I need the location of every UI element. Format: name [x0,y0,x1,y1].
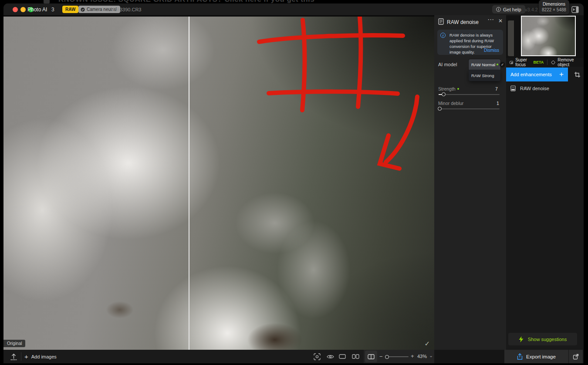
dual-view-icon [352,354,359,359]
zoom-level[interactable]: 43% [417,354,427,359]
denoise-info-box: i RAW denoise is always applied first du… [437,30,503,55]
dimensions-value: 8222 × 5488 [539,7,569,12]
minor-deblur-slider-handle[interactable] [438,107,442,111]
photo-preview [3,17,434,350]
right-sidebar: Super focus BETA Remove object Add enhan… [506,15,584,350]
info-circle-icon: i [440,33,446,38]
export-settings-icon [573,354,579,360]
crop-icon [574,71,581,78]
app-title: Photo AI [27,7,47,13]
ai-model-menu: RAW Strong [469,70,500,81]
panel-title: RAW denoise [447,19,479,25]
original-label-badge: Original [3,340,25,347]
panel-more-icon[interactable]: ⋯ [487,16,494,24]
dimensions-label: Dimensions [539,2,569,7]
zoom-fit-icon [314,353,321,360]
side-by-side-view-button[interactable] [349,350,362,363]
background-heading-text: KNOWN ISSUE: SQUARE GRID ARTIFACTS? Clic… [58,0,314,3]
upload-icon [10,353,17,360]
show-suggestions-button[interactable]: Show suggestions [508,333,577,345]
toggle-right-panel-button[interactable] [570,5,580,14]
navigator-area [506,15,584,59]
export-settings-button[interactable] [569,350,583,363]
screenshot-root: KNOWN ISSUE: SQUARE GRID ARTIFACTS? Clic… [0,0,588,365]
export-image-button[interactable]: Export image [504,350,568,363]
image-canvas[interactable]: Original ✓ [3,15,434,350]
app-version: v3.4.2 [525,7,538,12]
split-view-button[interactable] [365,351,377,362]
eye-icon [327,354,334,359]
lightning-icon [519,336,524,342]
app-number: 3 [51,7,54,13]
info-icon [496,7,501,12]
strength-slider[interactable] [439,94,500,95]
remove-object-tab[interactable]: Remove object [547,58,584,67]
enhancement-item-label: RAW denoise [520,86,549,91]
zoom-controls: − + 43% ⌄ [364,350,434,363]
strength-value: 7 [495,86,498,91]
raw-denoise-panel: RAW denoise ⋯ ✕ i RAW denoise is always … [434,15,506,350]
upload-button[interactable] [7,350,20,363]
title-bar: Photo AI 3 RAW Camera neutral _Y3A3390.C… [3,3,584,15]
navigator-thumbnail[interactable] [521,16,576,56]
compare-split-line[interactable] [189,17,189,350]
strength-label: Strength [438,86,456,91]
strength-auto-dot-icon [457,88,459,90]
zoom-chevron-down-icon[interactable]: ⌄ [429,353,433,358]
zoom-slider[interactable] [385,356,409,357]
thumbnail-image [522,17,575,55]
enhancement-list-item[interactable]: RAW denoise [506,84,584,93]
remove-object-icon [551,60,555,65]
denoise-item-icon [510,85,516,91]
panel-toggle-icon [571,6,579,13]
dimensions-tooltip: Dimensions 8222 × 5488 [539,0,569,14]
check-circle-icon [81,7,85,12]
zoom-to-fit-button[interactable] [311,350,324,363]
minor-deblur-value: 1 [497,101,499,106]
filmstrip-edge [508,20,514,56]
zoom-slider-handle[interactable] [385,355,389,359]
raw-badge: RAW [62,6,78,13]
denoise-doc-icon [438,18,444,25]
single-view-icon [339,354,346,359]
ai-model-dropdown[interactable]: RAW Normal ✓ [469,59,500,70]
beta-badge: BETA [533,60,544,64]
bottom-toolbar: + Add images [3,350,584,363]
panel-close-icon[interactable]: ✕ [498,18,503,24]
strength-slider-handle[interactable] [442,92,446,96]
split-view-icon [368,354,375,359]
background-heading: KNOWN ISSUE: SQUARE GRID ARTIFACTS? Clic… [44,0,544,3]
minimize-window-button[interactable] [20,7,26,12]
plus-icon: + [24,353,28,360]
super-focus-icon [510,60,513,65]
ai-model-option-raw-strong[interactable]: RAW Strong [471,73,494,78]
zoom-out-button[interactable]: − [379,353,383,360]
mode-tabs: Super focus BETA Remove object [506,58,584,67]
toolbar-divider [21,352,21,361]
open-filename: _Y3A3390.CR3 [108,7,141,12]
preview-original-button[interactable] [324,350,337,363]
selected-check-icon: ✓ [500,62,505,68]
single-view-button[interactable] [336,350,349,363]
super-focus-tab[interactable]: Super focus BETA [506,58,547,67]
add-images-button[interactable]: + Add images [24,350,57,363]
ai-model-label: AI model [438,62,457,67]
plus-icon: + [559,70,564,79]
minor-deblur-label: Minor deblur [438,101,463,106]
processing-done-checkmark: ✓ [424,340,430,348]
share-export-icon [517,353,523,360]
zoom-in-button[interactable]: + [411,353,414,359]
heading-bullet-icon [44,0,50,3]
dismiss-link[interactable]: Dismiss [484,48,499,53]
export-section: Export image [434,350,584,363]
auto-dot-icon [497,64,498,65]
get-help-button[interactable]: Get help [492,5,525,14]
add-enhancements-button[interactable]: Add enhancements + [506,68,568,81]
ai-model-selected: RAW Normal [471,62,495,67]
crop-button[interactable] [571,68,584,81]
minor-deblur-slider[interactable] [439,108,500,109]
close-window-button[interactable] [13,7,18,12]
